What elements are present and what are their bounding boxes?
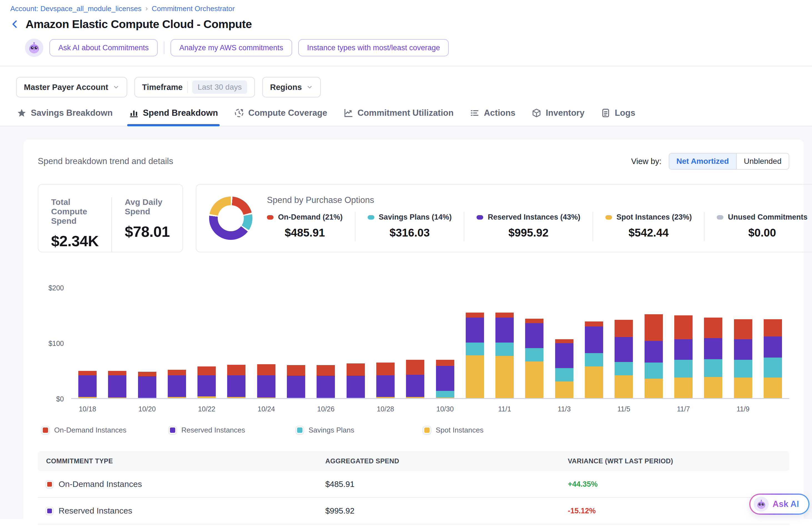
purchase-legend-value: $485.91 [267,226,343,239]
bar-segment-spot-instances [198,396,216,398]
bar-segment-reserved-instances [764,336,782,357]
bar-segment-reserved-instances [317,376,335,398]
spend-summary-card: Total Compute Spend$2.34KAvg Daily Spend… [38,184,183,252]
bar-segment-spot-instances [734,378,752,398]
chart-bar-10-20[interactable] [138,279,156,398]
bar-segment-savings-plans [436,391,454,397]
bar-segment-on-demand-instances [674,316,693,339]
chart-bar-10-23[interactable] [227,279,246,398]
chart-bar-10-28[interactable] [376,279,395,398]
bar-segment-spot-instances [436,397,454,398]
stat-avg-daily-spend: Avg Daily Spend$78.01 [111,197,183,252]
panel-title: Spend breakdown trend and details [38,156,173,166]
chart-bar-10-26[interactable] [317,279,335,398]
stat-value: $78.01 [125,223,170,240]
chart-bar-11-1[interactable] [495,279,514,398]
table-row[interactable]: On-Demand Instances$485.91+44.35% [38,471,789,498]
chart-bar-11-7[interactable] [674,279,693,398]
bar-segment-reserved-instances [406,375,424,397]
chart-bar-11-9[interactable] [734,279,752,398]
bar-segment-savings-plans [466,342,484,355]
chart-bar-10-21[interactable] [168,279,186,398]
timeframe-value[interactable]: Last 30 days [192,80,247,94]
star-icon [17,108,27,118]
chart-bar-11-4[interactable] [585,279,603,398]
purchase-legend-label: On-Demand (21%) [278,213,343,221]
ai-action-button[interactable]: Ask AI about Commitments [49,39,158,56]
bar-segment-savings-plans [525,348,543,362]
purchase-legend-label: Reserved Instances (43%) [488,213,580,221]
breadcrumb-section-link[interactable]: Commitment Orchestrator [151,4,235,13]
account-dropdown[interactable]: Master Payer Account [16,77,127,98]
chart-legend: On-Demand InstancesReserved InstancesSav… [38,426,789,435]
bar-segment-on-demand-instances [168,370,186,375]
tab-logs[interactable]: Logs [601,108,635,126]
chart-bar-10-25[interactable] [287,279,305,398]
bar-segment-spot-instances [257,397,275,398]
bar-segment-on-demand-instances [525,319,543,323]
chart-bar-10-27[interactable] [347,279,365,398]
bar-segment-on-demand-instances [287,365,305,376]
chart-bar-11-5[interactable] [614,279,633,398]
x-axis-tick-label: 11/1 [495,405,514,413]
chart-bar-11-10[interactable] [764,279,782,398]
chart-legend-item: Savings Plans [296,426,423,435]
chart-bar-10-24[interactable] [257,279,275,398]
tab-inventory[interactable]: Inventory [532,108,584,126]
timeframe-control[interactable]: Timeframe Last 30 days [134,77,255,98]
tab-bar: Savings BreakdownSpend BreakdownCompute … [0,98,812,126]
bar-segment-spot-instances [347,398,365,398]
chart-bar-11-2[interactable] [525,279,543,398]
tab-compute-coverage[interactable]: Compute Coverage [234,108,327,126]
x-axis-tick-label [525,405,543,413]
bar-segment-on-demand-instances [466,312,484,318]
breadcrumb-account-link[interactable]: Account: Devspace_all_module_licenses [10,4,142,13]
bar-segment-spot-instances [674,378,693,398]
chart-bar-11-6[interactable] [644,279,663,398]
chart-bar-10-31[interactable] [466,279,484,398]
bar-chart-icon [129,108,139,118]
chart-bar-10-19[interactable] [108,279,126,398]
ask-ai-fab[interactable]: Ask AI [749,494,810,515]
view-by-option-unblended[interactable]: Unblended [736,153,789,169]
chart-bar-10-29[interactable] [406,279,424,398]
regions-dropdown[interactable]: Regions [262,77,320,98]
tab-savings-breakdown[interactable]: Savings Breakdown [17,108,113,126]
x-axis-tick-label: 11/3 [555,405,574,413]
cube-icon [532,108,541,118]
table-row[interactable]: Reserved Instances$995.92-15.12% [38,498,789,524]
chevron-down-icon [306,84,313,90]
ask-ai-fab-label: Ask AI [772,499,799,509]
variance-cell: +44.35% [568,480,781,488]
bar-segment-spot-instances [704,377,722,398]
bar-segment-spot-instances [406,397,424,398]
bar-segment-on-demand-instances [406,360,424,375]
back-button[interactable] [8,17,21,31]
view-by-option-net-amortized[interactable]: Net Amortized [669,153,736,169]
bar-segment-reserved-instances [227,375,246,397]
chart-bar-10-30[interactable] [436,279,454,398]
ai-action-button[interactable]: Instance types with most/least coverage [298,39,449,56]
chevron-left-icon [10,19,20,29]
chart-bar-11-3[interactable] [555,279,574,398]
chart-bar-11-8[interactable] [704,279,722,398]
bar-segment-on-demand-instances [198,366,216,375]
x-axis-tick-label [227,405,246,413]
table-column-header: VARIANCE (WRT LAST PERIOD) [568,457,781,465]
bar-segment-reserved-instances [168,375,186,397]
purchase-legend-label: Spot Instances (23%) [617,213,692,221]
chart-bar-10-18[interactable] [78,279,97,398]
tab-commitment-utilization[interactable]: Commitment Utilization [343,108,453,126]
y-axis-tick-label: $100 [48,339,64,348]
purchase-legend-value: $0.00 [717,226,808,239]
tab-spend-breakdown[interactable]: Spend Breakdown [129,108,218,126]
bar-segment-reserved-instances [525,323,543,348]
ai-action-button[interactable]: Analyze my AWS commitments [171,39,292,56]
bar-segment-spot-instances [495,356,514,398]
bar-segment-reserved-instances [555,343,574,368]
x-axis-tick-label: 10/28 [376,405,395,413]
bar-segment-spot-instances [644,379,663,398]
chart-bar-10-22[interactable] [198,279,216,398]
tab-actions[interactable]: Actions [469,108,516,126]
bar-segment-reserved-instances [436,366,454,391]
